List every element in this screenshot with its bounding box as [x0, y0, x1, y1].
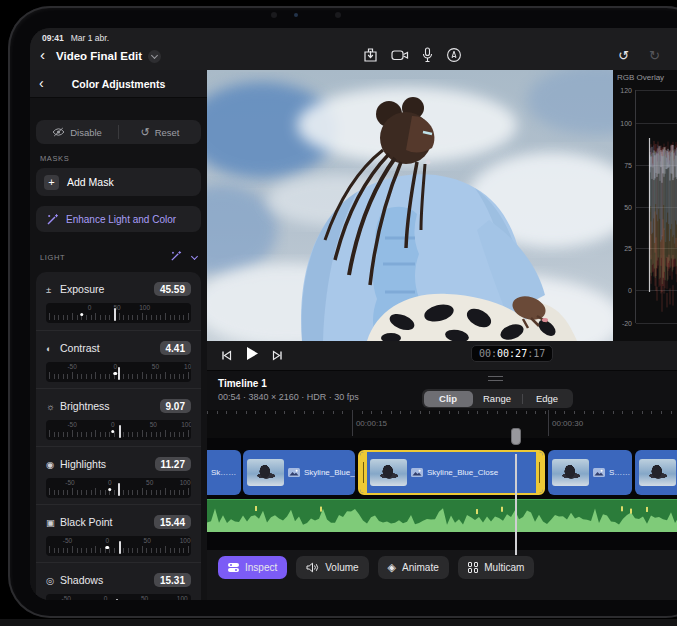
slider-ruler[interactable]: -50050100 — [46, 362, 191, 382]
playhead-handle[interactable] — [511, 428, 521, 445]
timeline-header: Timeline 1 00:54 · 3840 × 2160 · HDR · 3… — [207, 371, 677, 410]
video-preview[interactable] — [207, 70, 613, 341]
reset-icon: ↺ — [140, 126, 149, 139]
clip-thumbnail — [552, 459, 589, 486]
clip-thumbnail — [639, 459, 676, 486]
slider-contrast: ◐Contrast4.41 -50050100 — [36, 330, 201, 388]
clip-partial-left[interactable]: Sk…… — [207, 450, 241, 495]
multicam-button[interactable]: Multicam — [458, 556, 535, 579]
slider-ruler[interactable]: -50050100 — [46, 594, 191, 600]
slider-label: Shadows — [60, 574, 103, 586]
slider-value[interactable]: 9.07 — [160, 399, 191, 413]
magic-wand-icon — [46, 213, 59, 226]
exposure-icon: ± — [46, 284, 60, 295]
volume-button[interactable]: Volume — [296, 556, 368, 579]
keyframe-diamond-icon: ◈ — [388, 562, 396, 573]
slider-ruler[interactable]: -50050100 — [46, 536, 191, 556]
reset-button[interactable]: ↺ Reset — [119, 120, 201, 144]
slider-ruler[interactable]: -50050100 — [46, 478, 191, 498]
animate-button[interactable]: ◈ Animate — [378, 556, 449, 579]
slider-value[interactable]: 45.59 — [154, 282, 191, 296]
microphone-icon[interactable] — [422, 47, 433, 65]
annotate-icon[interactable] — [446, 47, 462, 65]
timecode-display[interactable]: 00:00:27:17 — [471, 345, 553, 362]
edit-mode-segmented-control: Clip Range Edge — [422, 389, 573, 408]
brightness-icon: ☼ — [46, 401, 60, 412]
slider-value[interactable]: 15.31 — [154, 573, 191, 587]
top-chrome: 09:41 Mar 1 abr. ‹ Video Final Edit ↺ ↻ — [30, 28, 677, 70]
light-sliders-card: ±Exposure45.59 050100 ◐Contrast4.41 -500… — [36, 272, 201, 600]
slider-highlights: ◉Highlights11.27 -50050100 — [36, 446, 201, 504]
slider-value[interactable]: 11.27 — [155, 457, 191, 471]
export-icon[interactable] — [363, 47, 378, 65]
light-section-header: LIGHT — [40, 250, 197, 264]
undo-icon[interactable]: ↺ — [618, 48, 629, 63]
chevron-down-icon — [150, 51, 157, 58]
disable-label: Disable — [70, 127, 102, 138]
redo-icon[interactable]: ↻ — [649, 48, 660, 63]
timeline-meta: 00:54 · 3840 × 2160 · HDR · 30 fps — [218, 392, 359, 402]
timeline-ruler[interactable]: 00:00:1500:00:30 — [207, 410, 677, 438]
clip-skyline-blue-close-selected[interactable]: Skyline_Blue_Close — [358, 450, 545, 495]
collapse-chevron-icon[interactable] — [191, 252, 198, 259]
audio-track[interactable] — [207, 499, 677, 532]
color-adjustments-panel: ‹ Color Adjustments Disable ↺ Reset MASK… — [30, 70, 207, 600]
front-sensor — [271, 12, 277, 18]
disable-reset-control: Disable ↺ Reset — [36, 120, 201, 144]
front-camera — [294, 13, 298, 17]
mode-range[interactable]: Range — [473, 391, 522, 407]
slider-label: Highlights — [60, 458, 106, 470]
inspect-button[interactable]: Inspect — [218, 556, 287, 579]
magic-wand-icon[interactable] — [170, 250, 182, 262]
button-label: Volume — [325, 562, 358, 573]
skip-forward-button[interactable] — [272, 347, 283, 365]
reset-label: Reset — [155, 127, 180, 138]
slider-ruler[interactable]: -50050100 — [46, 420, 191, 440]
history-controls: ↺ ↻ — [618, 48, 660, 63]
shadows-icon: ◎ — [46, 575, 60, 586]
title-dropdown-button[interactable] — [148, 50, 161, 63]
status-bar: 09:41 Mar 1 abr. — [42, 32, 109, 44]
stage: 09:41 Mar 1 abr. ‹ Video Final Edit ↺ ↻ — [0, 0, 677, 626]
button-label: Inspect — [245, 562, 277, 573]
date: Mar 1 abr. — [71, 33, 109, 43]
project-title[interactable]: Video Final Edit — [56, 50, 142, 62]
clip-skyline-blue-wide[interactable]: Skyline_Blue_Wide — [243, 450, 355, 495]
trim-handle-left[interactable] — [360, 452, 367, 493]
play-button[interactable] — [245, 346, 259, 365]
trim-handle-right[interactable] — [536, 452, 543, 493]
slider-brightness: ☼Brightness9.07 -50050100 — [36, 388, 201, 446]
mode-edge[interactable]: Edge — [523, 391, 572, 407]
timeline-tracks: Sk…… Skyline_Blue_Wide Skyline_Blue_Clos… — [207, 438, 677, 550]
light-section-label: LIGHT — [40, 253, 65, 262]
slider-label: Brightness — [60, 400, 110, 412]
background-surface — [0, 619, 677, 626]
mode-clip[interactable]: Clip — [424, 391, 473, 407]
slider-value[interactable]: 15.44 — [154, 515, 191, 529]
screen: 09:41 Mar 1 abr. ‹ Video Final Edit ↺ ↻ — [30, 28, 677, 600]
slider-black-point: ▣Black Point15.44 -50050100 — [36, 504, 201, 562]
slider-ruler[interactable]: 050100 — [46, 303, 191, 323]
skip-back-button[interactable] — [221, 347, 232, 365]
preview-frame-art — [207, 70, 613, 341]
button-label: Animate — [402, 562, 439, 573]
clip-partial-right[interactable] — [635, 450, 677, 495]
add-mask-button[interactable]: + Add Mask — [36, 168, 201, 196]
enhance-button[interactable]: Enhance Light and Color — [36, 206, 201, 232]
media-icon — [593, 468, 605, 477]
app-bar: ‹ Video Final Edit ↺ ↻ — [30, 44, 677, 70]
front-sensor — [335, 12, 341, 18]
playhead[interactable] — [515, 454, 517, 555]
video-track: Sk…… Skyline_Blue_Wide Skyline_Blue_Clos… — [207, 450, 677, 495]
button-label: Multicam — [484, 562, 524, 573]
clip-s[interactable]: S…… — [548, 450, 632, 495]
slider-value[interactable]: 4.41 — [160, 341, 191, 355]
scope-plot: 1201007550250-20 — [635, 90, 677, 323]
camera-icon[interactable] — [391, 47, 409, 65]
clip-name: Skyline_Blue_Wide — [304, 468, 355, 477]
back-icon[interactable]: ‹ — [40, 47, 45, 63]
timeline-resize-handle[interactable] — [488, 376, 503, 381]
disable-button[interactable]: Disable — [36, 120, 118, 144]
timeline-title: Timeline 1 — [218, 378, 267, 389]
timeline-toolbar: Inspect Volume ◈ Animate Multicam — [207, 550, 677, 600]
